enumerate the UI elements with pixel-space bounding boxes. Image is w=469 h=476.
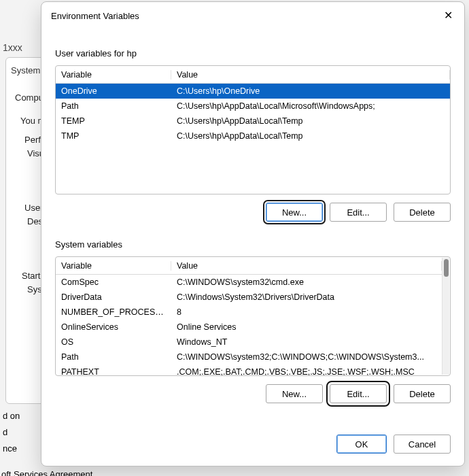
- col-header-value[interactable]: Value: [171, 70, 450, 80]
- titlebar: Environment Variables ✕: [41, 2, 464, 29]
- user-vars-button-row: New... Edit... Delete: [55, 203, 451, 222]
- scrollbar-thumb[interactable]: [444, 259, 449, 277]
- cell-variable: ComSpec: [56, 277, 171, 287]
- user-new-button[interactable]: New...: [266, 203, 323, 222]
- environment-variables-dialog: Environment Variables ✕ User variables f…: [41, 1, 465, 466]
- table-row[interactable]: PathC:\WINDOWS\system32;C:\WINDOWS;C:\WI…: [56, 350, 442, 364]
- table-row[interactable]: DriverDataC:\Windows\System32\Drivers\Dr…: [56, 290, 442, 305]
- cell-variable: NUMBER_OF_PROCESSORS: [56, 307, 171, 317]
- cell-value: C:\Windows\System32\Drivers\DriverData: [171, 292, 442, 302]
- table-row[interactable]: ComSpecC:\WINDOWS\system32\cmd.exe: [56, 275, 442, 290]
- user-variables-table[interactable]: Variable Value OneDriveC:\Users\hp\OneDr…: [55, 65, 451, 194]
- bg-system-properties-window: [5, 57, 46, 404]
- table-row[interactable]: OSWindows_NT: [56, 335, 442, 350]
- user-edit-button[interactable]: Edit...: [330, 203, 387, 222]
- cell-value: C:\Users\hp\AppData\Local\Microsoft\Wind…: [171, 101, 450, 111]
- system-variables-table[interactable]: Variable Value ComSpecC:\WINDOWS\system3…: [55, 256, 451, 376]
- cell-value: 8: [171, 307, 442, 317]
- table-row[interactable]: NUMBER_OF_PROCESSORS8: [56, 305, 442, 320]
- bg-frag-nce: nce: [3, 443, 17, 454]
- cell-variable: TMP: [56, 131, 171, 141]
- col-header-value[interactable]: Value: [171, 261, 442, 271]
- cell-variable: DriverData: [56, 292, 171, 302]
- cell-value: Online Services: [171, 322, 442, 332]
- cell-variable: OnlineServices: [56, 322, 171, 332]
- col-header-variable[interactable]: Variable: [56, 70, 171, 80]
- bg-link-services-agreement[interactable]: oft Services Agreement: [1, 469, 92, 476]
- bg-frag-don: d on: [3, 411, 20, 421]
- cell-value: C:\Users\hp\OneDrive: [171, 86, 450, 96]
- system-delete-button[interactable]: Delete: [394, 384, 451, 403]
- cancel-button[interactable]: Cancel: [394, 435, 451, 454]
- scrollbar-track[interactable]: [442, 258, 449, 375]
- cell-value: Windows_NT: [171, 337, 442, 347]
- cell-value: C:\Users\hp\AppData\Local\Temp: [171, 116, 450, 126]
- user-delete-button[interactable]: Delete: [394, 203, 451, 222]
- system-vars-button-row: New... Edit... Delete: [55, 384, 451, 403]
- col-header-variable[interactable]: Variable: [56, 261, 171, 271]
- cell-value: C:\Users\hp\AppData\Local\Temp: [171, 131, 450, 141]
- table-row[interactable]: OneDriveC:\Users\hp\OneDrive: [56, 84, 450, 99]
- user-variables-label: User variables for hp: [55, 48, 451, 58]
- cell-variable: OS: [56, 337, 171, 347]
- cell-value: C:\WINDOWS\system32;C:\WINDOWS;C:\WINDOW…: [171, 352, 442, 362]
- cell-variable: TEMP: [56, 116, 171, 126]
- cell-variable: PATHEXT: [56, 367, 171, 376]
- dialog-bottom-button-row: OK Cancel: [55, 435, 451, 454]
- table-header: Variable Value: [56, 66, 450, 84]
- bg-label-1xxx: 1xxx: [3, 42, 22, 53]
- cell-variable: Path: [56, 352, 171, 362]
- cell-value: C:\WINDOWS\system32\cmd.exe: [171, 277, 442, 287]
- cell-variable: OneDrive: [56, 86, 171, 96]
- table-row[interactable]: PathC:\Users\hp\AppData\Local\Microsoft\…: [56, 99, 450, 114]
- ok-button[interactable]: OK: [336, 435, 387, 454]
- close-icon[interactable]: ✕: [438, 6, 457, 25]
- system-variables-label: System variables: [55, 239, 451, 250]
- dialog-title: Environment Variables: [51, 11, 139, 21]
- table-row[interactable]: PATHEXT.COM;.EXE;.BAT;.CMD;.VBS;.VBE;.JS…: [56, 364, 442, 376]
- table-row[interactable]: TEMPC:\Users\hp\AppData\Local\Temp: [56, 114, 450, 129]
- table-row[interactable]: TMPC:\Users\hp\AppData\Local\Temp: [56, 129, 450, 143]
- bg-frag-d: d: [3, 427, 7, 437]
- system-new-button[interactable]: New...: [266, 384, 323, 403]
- system-edit-button[interactable]: Edit...: [330, 384, 387, 403]
- cell-value: .COM;.EXE;.BAT;.CMD;.VBS;.VBE;.JS;.JSE;.…: [171, 367, 442, 376]
- cell-variable: Path: [56, 101, 171, 111]
- table-row[interactable]: OnlineServicesOnline Services: [56, 320, 442, 335]
- table-header: Variable Value: [56, 257, 442, 275]
